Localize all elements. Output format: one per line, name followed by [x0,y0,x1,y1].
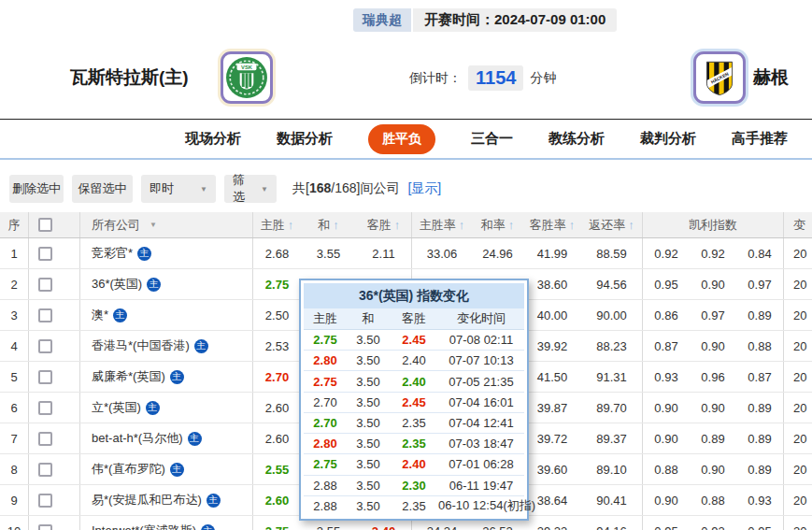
row-checkbox[interactable] [38,494,52,508]
mainstream-badge-icon: 主 [188,432,202,446]
header-home-rate[interactable]: 主胜率↑ [411,212,472,237]
kelly-cell: 0.900.880.93 [642,485,783,515]
header-away-rate[interactable]: 客胜率↑ [523,212,581,237]
popup-home-odds: 2.70 [304,395,347,409]
table-header-row: 序 所有公司 ▼ 主胜↑ 和↑ 客胜↑ 主胜率↑ 和率↑ [0,212,812,238]
row-checkbox-cell [28,393,79,423]
row-checkbox[interactable] [38,247,52,261]
company-name: 威廉希*(英国) [92,368,165,385]
home-rate: 33.06 [411,238,472,268]
popup-away-odds: 2.30 [390,479,438,493]
tab-referee-analysis[interactable]: 裁判分析 [640,130,696,148]
popup-draw-odds: 3.50 [347,416,390,430]
kelly-value: 0.88 [748,339,771,353]
row-checkbox-cell [28,423,79,453]
row-checkbox[interactable] [38,339,52,353]
popup-change-time: 07-04 12:41 [438,416,524,430]
popup-header-home: 主胜 [304,310,347,327]
row-checkbox-cell [28,362,79,392]
home-odds: 2.75 [252,516,301,530]
header-return-rate[interactable]: 返还率↑ [581,212,642,237]
header-away-odds[interactable]: 客胜↑ [356,212,411,237]
header-draw-label: 和 [318,217,330,234]
tab-expert-picks[interactable]: 高手推荐 [732,130,788,148]
delete-selected-button[interactable]: 删除选中 [9,175,64,203]
company-name: 伟*(直布罗陀) [92,461,165,478]
company-cell[interactable]: 36*(英国)主 [79,269,252,299]
table-row[interactable]: 1竞彩官*主2.683.552.1133.0624.9641.9988.590.… [0,238,812,269]
kelly-value: 0.84 [748,247,771,261]
row-checkbox[interactable] [38,278,52,292]
popup-draw-odds: 3.50 [347,479,390,493]
select-all-checkbox[interactable] [38,218,52,232]
row-checkbox[interactable] [38,370,52,384]
sort-up-icon: ↑ [628,218,634,232]
company-cell[interactable]: 易*(安提瓜和巴布达)主 [79,485,252,515]
tab-coach-analysis[interactable]: 教练分析 [548,130,605,148]
home-odds: 2.75 [252,269,301,299]
kelly-cell: 0.930.960.87 [642,362,783,392]
kelly-cell: 0.950.930.95 [642,516,783,530]
chevron-down-icon: ▼ [200,185,207,193]
company-cell[interactable]: Interwet*(塞浦路斯)主 [79,516,252,530]
header-home-odds[interactable]: 主胜↑ [252,212,301,237]
row-checkbox[interactable] [38,463,52,477]
popup-change-time: 07-03 18:47 [438,437,524,451]
away-rate: 39.23 [523,516,581,530]
company-cell[interactable]: 竞彩官*主 [79,238,252,268]
odds-change-popup: 36*(英国) 指数变化 主胜 和 客胜 变化时间 2.753.502.4507… [299,279,529,521]
company-name: Interwet*(塞浦路斯) [92,523,196,530]
svg-text:VSK: VSK [241,64,253,70]
count-selected: 168 [309,180,331,195]
sort-up-icon: ↑ [508,218,515,232]
mainstream-badge-icon: 主 [170,370,184,384]
tab-win-draw-lose[interactable]: 胜平负 [368,124,435,154]
row-checkbox[interactable] [38,401,52,415]
popup-away-odds: 2.45 [390,333,438,347]
popup-away-odds: 2.40 [390,457,438,471]
company-cell[interactable]: 立*(英国)主 [79,393,252,423]
keep-selected-button[interactable]: 保留选中 [72,175,133,203]
header-draw-rate[interactable]: 和率↑ [472,212,523,237]
kelly-value: 0.92 [701,247,724,261]
count-suffix: /168]间公司 [331,180,399,195]
company-cell[interactable]: 威廉希*(英国)主 [79,362,252,392]
mainstream-badge-icon: 主 [146,401,160,415]
company-name: 香港马*(中国香港) [92,337,190,354]
kelly-value: 0.93 [654,370,677,384]
chevron-down-icon: ▼ [150,221,157,229]
tab-data-analysis[interactable]: 数据分析 [277,130,333,148]
popup-change-time: 07-07 10:13 [438,353,524,367]
mainstream-badge-icon: 主 [147,278,161,292]
header-company-label: 所有公司 [92,217,140,234]
odds-change-row: 2.883.502.3006-11 19:47 [304,476,524,496]
league-badge[interactable]: 瑞典超 [353,8,411,32]
tab-three-in-one[interactable]: 三合一 [471,130,513,148]
popup-away-odds: 2.35 [390,416,438,430]
company-cell[interactable]: 澳*主 [79,300,252,330]
return-rate: 88.59 [581,238,642,268]
kelly-value: 0.93 [701,524,724,530]
company-cell[interactable]: 香港马*(中国香港)主 [79,331,252,361]
away-rate: 38.60 [523,269,581,299]
return-rate: 94.56 [581,269,642,299]
popup-header-time: 变化时间 [438,310,524,327]
company-cell[interactable]: bet-at-h*(马尔他)主 [79,423,252,453]
header-draw-odds[interactable]: 和↑ [301,212,356,237]
draw-odds: 3.55 [301,238,356,268]
row-checkbox[interactable] [38,308,52,322]
row-checkbox[interactable] [38,524,52,530]
tab-live-analysis[interactable]: 现场分析 [185,130,241,148]
filter-select[interactable]: 筛选 ▼ [224,175,277,203]
odds-mode-select[interactable]: 即时 ▼ [141,175,216,203]
mainstream-badge-icon: 主 [113,308,127,322]
row-checkbox[interactable] [38,432,52,446]
return-rate: 89.10 [581,454,642,484]
kelly-cell: 0.870.900.88 [642,331,783,361]
header-company[interactable]: 所有公司 ▼ [79,212,252,237]
away-rate: 41.50 [523,362,581,392]
show-link[interactable]: [显示] [407,180,441,197]
company-cell[interactable]: 伟*(直布罗陀)主 [79,454,252,484]
row-checkbox-cell [28,300,79,330]
odds-change-row: 2.883.502.3506-10 12:54(初指) [304,496,524,516]
